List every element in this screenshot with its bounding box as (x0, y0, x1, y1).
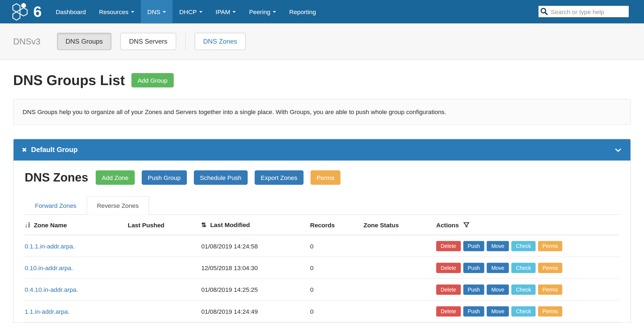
push-zone-button[interactable]: Push (463, 306, 484, 316)
col-actions: Actions (436, 215, 619, 235)
nav-ipam[interactable]: IPAM (209, 0, 243, 23)
dns-groups-button[interactable]: DNS Groups (57, 33, 111, 50)
nav-reporting[interactable]: Reporting (283, 0, 323, 23)
cell-records: 0 (310, 300, 363, 322)
caret-down-icon (233, 11, 236, 12)
cell-zone-status (363, 235, 436, 257)
nav-dashboard[interactable]: Dashboard (49, 0, 92, 23)
nav-resources-label: Resources (99, 8, 128, 15)
zone-row: 0.10.in-addr.arpa.12/05/2018 13:04:300De… (25, 257, 619, 279)
top-navbar: 6 Dashboard Resources DNS DHCP IPAM Peer… (0, 0, 644, 23)
brand-logo[interactable]: 6 (0, 0, 49, 23)
delete-zone-button[interactable]: Delete (436, 263, 461, 273)
export-zones-button[interactable]: Export Zones (255, 170, 304, 185)
nav-dhcp-label: DHCP (179, 8, 197, 15)
table-header-row: ↓ 12 Zone Name Last Pushed ⇅ Last Modifi… (25, 215, 619, 235)
zone-name-link[interactable]: 0.4.10.in-addr.arpa. (25, 286, 78, 293)
nav-peering-label: Peering (249, 8, 270, 15)
move-zone-button[interactable]: Move (487, 284, 509, 295)
move-zone-button[interactable]: Move (487, 241, 509, 251)
zones-table: ↓ 12 Zone Name Last Pushed ⇅ Last Modifi… (25, 215, 619, 322)
zone-name-link[interactable]: 0.10.in-addr.arpa. (25, 264, 73, 271)
col-records: Records (310, 215, 363, 235)
check-zone-button[interactable]: Check (511, 284, 536, 295)
main-nav: Dashboard Resources DNS DHCP IPAM Peerin… (49, 0, 323, 23)
nav-peering[interactable]: Peering (243, 0, 283, 23)
group-panel-header[interactable]: ✖ Default Group (14, 139, 630, 161)
zones-heading: DNS Zones (25, 171, 88, 184)
cell-actions: DeletePushMoveCheckPerms (436, 300, 619, 322)
page-title: DNS Groups List (13, 72, 125, 88)
filter-icon[interactable] (463, 222, 470, 228)
col-last-modified-label: Last Modified (210, 221, 250, 228)
delete-zone-button[interactable]: Delete (436, 306, 461, 316)
tab-forward-zones[interactable]: Forward Zones (25, 196, 87, 215)
delete-zone-button[interactable]: Delete (436, 241, 461, 251)
nav-dashboard-label: Dashboard (56, 8, 86, 15)
check-zone-button[interactable]: Check (511, 263, 536, 273)
cell-zone-name: 0.10.in-addr.arpa. (25, 257, 128, 279)
perms-zone-button[interactable]: Perms (538, 263, 562, 273)
sort-updown-icon[interactable]: ⇅ (201, 221, 207, 228)
nav-dns-label: DNS (147, 8, 160, 15)
nav-resources[interactable]: Resources (92, 0, 141, 23)
add-group-button[interactable]: Add Group (131, 73, 173, 88)
cell-zone-name: 0.1.1.in-addr.arpa. (25, 235, 128, 257)
dns-zones-button[interactable]: DNS Zones (195, 33, 246, 50)
cell-zone-name: 0.4.10.in-addr.arpa. (25, 279, 128, 300)
groups-description: DNS Groups help you to organize all of y… (13, 99, 631, 125)
push-zone-button[interactable]: Push (463, 263, 484, 273)
zone-row: 1.1.in-addr.arpa.01/08/2019 14:24:490Del… (25, 300, 619, 322)
check-zone-button[interactable]: Check (511, 306, 536, 316)
search-input[interactable] (538, 5, 629, 18)
nav-dhcp[interactable]: DHCP (173, 0, 209, 23)
push-zone-button[interactable]: Push (463, 284, 484, 295)
group-title: Default Group (31, 146, 78, 154)
push-group-button[interactable]: Push Group (141, 170, 187, 185)
zone-row: 0.1.1.in-addr.arpa.01/08/2019 14:24:580D… (25, 235, 619, 257)
group-panel-body: DNS Zones Add Zone Push Group Schedule P… (14, 160, 630, 322)
zones-table-body: 0.1.1.in-addr.arpa.01/08/2019 14:24:580D… (25, 235, 619, 322)
dns-servers-button[interactable]: DNS Servers (120, 33, 176, 50)
move-zone-button[interactable]: Move (487, 263, 509, 273)
perms-zone-button[interactable]: Perms (538, 241, 562, 251)
add-zone-button[interactable]: Add Zone (96, 170, 135, 185)
subnav-title: DNSv3 (13, 37, 40, 46)
page-header: DNS Groups List Add Group (13, 72, 631, 88)
caret-down-icon (273, 11, 276, 12)
perms-group-button[interactable]: Perms (310, 170, 340, 185)
sort-numeric-icon[interactable]: ↓ 12 (25, 222, 30, 228)
col-zone-name-label: Zone Name (34, 222, 67, 229)
close-icon[interactable]: ✖ (22, 146, 27, 153)
cell-actions: DeletePushMoveCheckPerms (436, 279, 619, 300)
cell-last-pushed (128, 235, 201, 257)
perms-zone-button[interactable]: Perms (538, 306, 562, 316)
zones-tabs: Forward Zones Reverse Zones (25, 196, 619, 215)
cell-last-pushed (128, 279, 201, 300)
chevron-down-icon[interactable] (615, 148, 621, 152)
cell-last-modified: 01/08/2019 14:25:25 (201, 279, 310, 300)
schedule-push-button[interactable]: Schedule Push (194, 170, 247, 185)
zone-row: 0.4.10.in-addr.arpa.01/08/2019 14:25:250… (25, 279, 619, 300)
cell-records: 0 (310, 279, 363, 300)
col-last-pushed-label: Last Pushed (128, 222, 164, 229)
tab-reverse-zones[interactable]: Reverse Zones (87, 196, 149, 215)
perms-zone-button[interactable]: Perms (538, 284, 562, 295)
cell-zone-status (363, 257, 436, 279)
col-actions-label: Actions (436, 222, 459, 229)
col-zone-status: Zone Status (363, 215, 436, 235)
main-content: DNS Groups List Add Group DNS Groups hel… (0, 72, 644, 323)
cell-last-modified: 01/08/2019 14:24:49 (201, 300, 310, 322)
zone-name-link[interactable]: 1.1.in-addr.arpa. (25, 308, 70, 315)
col-zone-status-label: Zone Status (363, 222, 399, 229)
zone-name-link[interactable]: 0.1.1.in-addr.arpa. (25, 242, 75, 250)
cell-records: 0 (310, 257, 363, 279)
nav-dns[interactable]: DNS (141, 0, 173, 23)
check-zone-button[interactable]: Check (511, 241, 536, 251)
push-zone-button[interactable]: Push (463, 241, 484, 251)
nav-ipam-label: IPAM (215, 8, 230, 15)
cell-zone-status (363, 300, 436, 322)
cell-records: 0 (310, 235, 363, 257)
move-zone-button[interactable]: Move (487, 306, 509, 316)
delete-zone-button[interactable]: Delete (436, 284, 461, 295)
